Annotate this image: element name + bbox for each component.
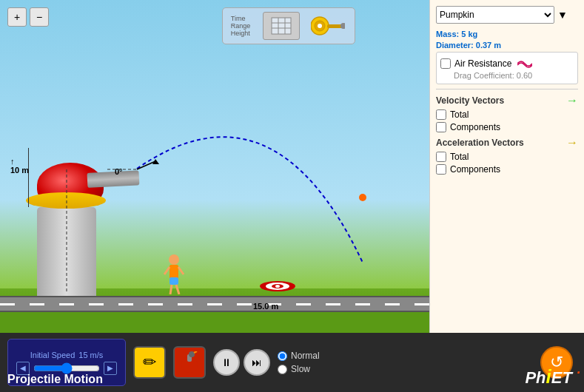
step-button[interactable]: ⏭ <box>244 349 270 376</box>
diameter-label: Diameter: 0.37 m <box>436 41 578 50</box>
acceleration-total-checkbox[interactable] <box>436 152 446 162</box>
normal-speed-radio[interactable] <box>278 351 287 361</box>
normal-speed-row: Normal <box>278 351 320 361</box>
play-controls: ⏸ ⏭ <box>213 349 270 376</box>
slow-speed-row: Slow <box>278 364 320 374</box>
air-resistance-label: Air Resistance <box>454 58 511 69</box>
velocity-components-checkbox[interactable] <box>436 122 446 132</box>
angle-label: 0° <box>115 167 123 176</box>
app-title: Projectile Motion <box>7 373 103 386</box>
slow-speed-label: Slow <box>291 364 310 374</box>
acceleration-arrow-icon: → <box>566 136 578 149</box>
velocity-components-row: Components <box>436 122 578 132</box>
slow-speed-radio[interactable] <box>278 365 287 374</box>
mass-label: Mass: 5 kg <box>436 30 578 38</box>
air-resistance-box: Air Resistance Drag Coefficient: 0.60 <box>436 52 578 84</box>
zoom-out-button[interactable]: − <box>30 7 49 27</box>
svg-point-7 <box>275 285 280 288</box>
top-toolbar: TimeRangeHeight <box>222 7 355 44</box>
svg-line-13 <box>164 267 170 274</box>
svg-rect-15 <box>272 18 291 34</box>
speed-value-label: 15 m/s <box>78 351 103 359</box>
projectile-dot <box>359 194 366 201</box>
initial-speed-label: Initial Speed <box>30 351 75 359</box>
data-table-button[interactable] <box>263 12 300 40</box>
target-distance-label: 15.0 m <box>253 302 278 311</box>
cannon-barrel <box>87 170 139 188</box>
svg-line-11 <box>170 285 172 294</box>
acceleration-total-row: Total <box>436 152 578 162</box>
acceleration-components-checkbox[interactable] <box>436 164 446 175</box>
speed-options: Normal Slow <box>278 351 320 374</box>
tape-measure-button[interactable] <box>309 12 346 40</box>
velocity-total-label: Total <box>450 109 469 120</box>
svg-point-22 <box>318 24 322 28</box>
acceleration-components-row: Components <box>436 164 578 175</box>
normal-speed-label: Normal <box>291 351 320 361</box>
drag-coefficient-label: Drag Coefficient: 0.60 <box>454 71 574 80</box>
target <box>259 280 296 292</box>
fire-button[interactable] <box>173 346 206 379</box>
road-dashes <box>0 303 429 305</box>
speed-slider[interactable] <box>33 365 100 371</box>
velocity-arrow-icon: → <box>566 94 578 107</box>
velocity-total-row: Total <box>436 109 578 120</box>
svg-line-28 <box>194 351 197 353</box>
acceleration-components-label: Components <box>450 164 500 175</box>
velocity-components-label: Components <box>450 122 500 132</box>
svg-point-8 <box>169 254 179 265</box>
projectile-selector: Pumpkin Baseball Football Golf Ball Tank… <box>436 6 578 24</box>
app: 0° ↑ 10 m <box>0 0 584 392</box>
svg-line-14 <box>178 267 184 274</box>
right-panel: Pumpkin Baseball Football Golf Ball Tank… <box>429 0 584 333</box>
projectile-dropdown[interactable]: Pumpkin Baseball Football Golf Ball Tank… <box>436 6 554 24</box>
velocity-vectors-header: Velocity Vectors → <box>436 94 578 107</box>
air-resistance-checkbox[interactable] <box>440 58 451 69</box>
svg-line-12 <box>176 285 179 294</box>
pause-button[interactable]: ⏸ <box>213 349 240 376</box>
panel-divider-1 <box>436 89 578 89</box>
zoom-in-button[interactable]: + <box>7 7 27 27</box>
simulation-area: 0° ↑ 10 m <box>0 0 429 333</box>
cannon-base <box>37 207 96 296</box>
zoom-controls: + − <box>7 7 49 27</box>
speed-increase-button[interactable]: ▶ <box>104 362 117 375</box>
svg-rect-10 <box>170 277 178 285</box>
cannon-top-ring <box>26 192 106 209</box>
acceleration-vectors-header: Acceleration Vectors → <box>436 136 578 149</box>
eraser-button[interactable]: ✏ <box>133 346 166 379</box>
acceleration-total-label: Total <box>450 152 469 162</box>
velocity-total-checkbox[interactable] <box>436 109 446 120</box>
person-figure <box>163 254 185 294</box>
phet-logo: PhiET · <box>525 365 580 388</box>
svg-line-2 <box>137 161 155 169</box>
svg-marker-3 <box>152 159 159 164</box>
height-label: ↑ 10 m <box>10 157 29 175</box>
